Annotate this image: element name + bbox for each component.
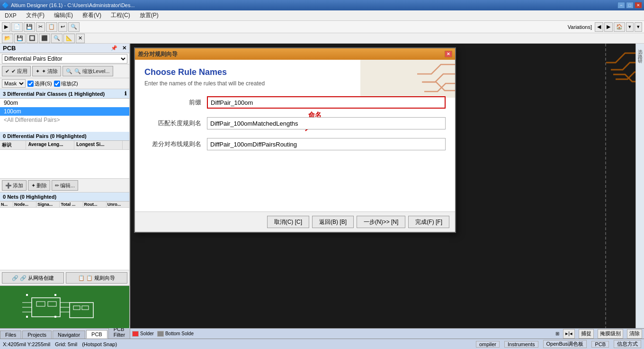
nets-col-signal: Signa... — [36, 202, 60, 207]
maximize-button[interactable]: □ — [626, 2, 634, 9]
menu-view[interactable]: 察看(V) — [80, 10, 104, 20]
pcb-label: PCB — [3, 45, 16, 52]
right-bottom-bar: Solder Bottom Solde ⊞ ▸|◂ 捕捉 掩膜级别 清除 — [130, 328, 644, 339]
clear-button[interactable]: ✦ ✦ 清除 — [32, 66, 61, 76]
snap-button[interactable]: ▸|◂ — [563, 329, 575, 339]
panel-pin-icon[interactable]: 📌 — [111, 45, 117, 51]
action-bar: ✔ ✔ 应用 ✦ ✦ 清除 🔍 🔍 缩放Level... — [0, 64, 129, 78]
dialog: 差分对规则向导 ✕ — [134, 47, 456, 233]
diff-pairs-header: 0 Differential Pairs (0 Highlighted) — [0, 132, 129, 141]
bottom-solder-label: Bottom Solde — [165, 331, 194, 336]
mask-level-button[interactable]: 掩膜级别 — [598, 329, 623, 339]
zoom-checkbox[interactable] — [54, 81, 60, 87]
svg-rect-10 — [73, 306, 80, 310]
select-checkbox[interactable] — [27, 81, 34, 87]
tab-projects[interactable]: Projects — [22, 331, 52, 339]
diff-pairs-table-header: 标识 Average Leng... Longest Si... — [0, 141, 129, 150]
right-sidebar: 选 路 研 — [635, 44, 644, 328]
svg-rect-11 — [82, 306, 89, 310]
matched-length-input[interactable] — [207, 117, 446, 129]
diff-pairs-list — [0, 150, 129, 178]
cancel-button[interactable]: 取消(C) [C] — [267, 216, 309, 228]
nets-table-header: N... Node... Signa... Total ... Rout... … — [0, 202, 129, 208]
minimize-button[interactable]: − — [617, 2, 625, 9]
info-tab[interactable]: 信息方式 — [614, 340, 641, 348]
pcb-tab[interactable]: PCB — [591, 341, 609, 348]
toolbar-btn-5[interactable]: 📋 — [46, 22, 57, 32]
apply-button[interactable]: ✔ ✔ 应用 — [2, 66, 31, 76]
menu-file[interactable]: 文件(F) — [23, 10, 47, 20]
form-area: 前缀 匹配长度规则名 差分对布线规则名 — [144, 96, 446, 150]
delete-button[interactable]: ✦ 删除 — [28, 180, 50, 191]
editor-dropdown[interactable]: Differential Pairs Editor — [2, 54, 127, 64]
toolbar2-btn5[interactable]: 🔍 — [51, 34, 63, 43]
snap-mode-display: (Hotspot Snap) — [82, 341, 117, 347]
class-item-90om[interactable]: 90om — [0, 99, 129, 107]
compiler-tab[interactable]: ompiler — [476, 341, 500, 348]
close-button[interactable]: ✕ — [635, 2, 642, 9]
rules-wizard-button[interactable]: 📋 📋 规则向导 — [66, 272, 128, 284]
edit-icon: ✏ — [55, 183, 59, 189]
class-item-100om[interactable]: 100om — [0, 107, 129, 116]
tab-navigator[interactable]: Navigator — [53, 331, 85, 339]
app-title: Altium Designer (16.1) - C:\Users\Admini… — [11, 2, 135, 8]
dialog-title: 差分对规则向导 — [138, 50, 178, 58]
toolbar-btn-2[interactable]: 📄 — [11, 22, 23, 32]
toolbar2-btn4[interactable]: ⬛ — [39, 34, 50, 43]
menu-dxp[interactable]: DXP — [2, 11, 19, 20]
edit-button[interactable]: ✏ 编辑... — [52, 180, 78, 191]
toolbar2-btn7[interactable]: ✕ — [76, 34, 85, 43]
menu-project[interactable]: 工程(C) — [108, 10, 133, 20]
nets-list — [0, 208, 129, 270]
from-network-button[interactable]: 🔗 🔗 从网络创建 — [2, 272, 64, 284]
toolbar-btn-3[interactable]: 💾 — [24, 22, 35, 32]
title-bar: 🔷 Altium Designer (16.1) - C:\Users\Admi… — [0, 0, 644, 10]
nets-col-n: N... — [0, 202, 13, 207]
app-status-bar: X:4205mil Y:2255mil Grid: 5mil (Hotspot … — [0, 339, 644, 349]
tab-files[interactable]: Files — [0, 331, 21, 339]
diff-routing-input[interactable] — [207, 138, 446, 150]
svg-rect-14 — [26, 316, 28, 318]
diff-classes-info-icon: ℹ — [125, 91, 126, 97]
toolbar-dropdown2[interactable]: ▾ — [635, 22, 642, 32]
menu-place[interactable]: 放置(P) — [137, 10, 161, 20]
mask-select[interactable]: Mask — [2, 79, 26, 88]
toolbar2-btn3[interactable]: 🔲 — [27, 34, 38, 43]
nets-col-total: Total ... — [60, 202, 83, 207]
toolbar2-btn6[interactable]: 📐 — [63, 34, 75, 43]
toolbar-btn-7[interactable]: 🔍 — [68, 22, 80, 32]
add-button[interactable]: ➕ 添加 — [2, 180, 27, 191]
toolbar-nav-forward[interactable]: ▶ — [604, 22, 613, 32]
svg-rect-16 — [360, 60, 455, 98]
toolbar-nav-back[interactable]: ◀ — [595, 22, 603, 32]
grid-icon: ⊞ — [555, 331, 559, 336]
diff-routing-label: 差分对布线规则名 — [144, 140, 201, 148]
class-item-all[interactable]: <All Differential Pairs> — [0, 116, 129, 124]
finish-button[interactable]: 完成(F) [F] — [408, 216, 449, 228]
toolbar-btn-4[interactable]: ✂ — [36, 22, 45, 32]
toolbar-dropdown[interactable]: ▾ — [626, 22, 634, 32]
openbus-tab[interactable]: OpenBus调色板 — [543, 340, 587, 348]
zoom-level-button[interactable]: 🔍 🔍 缩放Level... — [63, 66, 113, 76]
toolbar-btn-6[interactable]: ↩ — [58, 22, 67, 32]
prefix-input[interactable] — [207, 96, 446, 109]
toolbar-home[interactable]: 🏠 — [614, 22, 625, 32]
toolbar2-btn2[interactable]: 💾 — [14, 34, 26, 43]
dialog-close-button[interactable]: ✕ — [445, 51, 452, 57]
menu-edit[interactable]: 编辑(E) — [51, 10, 76, 20]
svg-rect-15 — [54, 316, 56, 318]
diff-classes-list: 90om 100om <All Differential Pairs> — [0, 99, 129, 132]
clear-bottom-button[interactable]: 清除 — [627, 329, 642, 339]
menu-bar: DXP 文件(F) 编辑(E) 察看(V) 工程(C) 放置(P) — [0, 10, 644, 21]
instruments-tab[interactable]: Instruments — [504, 341, 538, 348]
panel-close-icon[interactable]: ✕ — [122, 45, 126, 51]
next-button[interactable]: 一步(N)>> [N] — [357, 216, 405, 228]
back-button[interactable]: 返回(B) [B] — [312, 216, 354, 228]
toolbar-btn-1[interactable]: ▶ — [2, 22, 10, 32]
capture-button[interactable]: 捕捉 — [579, 329, 594, 339]
tab-pcb[interactable]: PCB — [86, 330, 107, 339]
col-longest: Longest Si... — [74, 141, 123, 149]
zoom-icon: 🔍 — [66, 68, 72, 74]
toolbar2-btn1[interactable]: 📂 — [2, 34, 13, 43]
edit-buttons-bar: ➕ 添加 ✦ 删除 ✏ 编辑... — [0, 178, 129, 193]
